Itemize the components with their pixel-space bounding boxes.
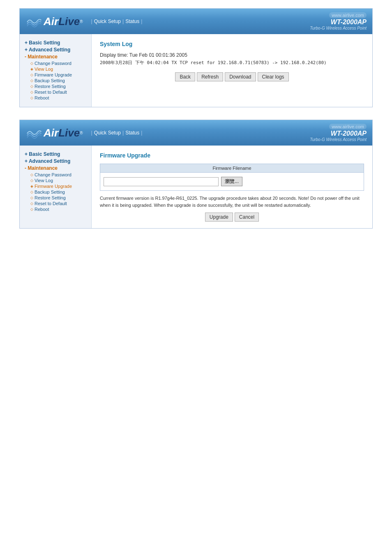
panel-system-log: AirLive® | Quick Setup | Status | www.ai… [19, 8, 373, 107]
fw-browse-button[interactable]: 瀏覽... [221, 177, 242, 186]
fw-buttons: Upgrade Cancel [100, 213, 364, 222]
diamond-icon-7: ◇ [30, 96, 33, 100]
device-info-2: www.airlive.com WT-2000AP Turbo-G Wirele… [310, 124, 367, 142]
fw-table-header: Firmware Filename [100, 164, 364, 173]
sidebar-sub-backup-2[interactable]: ◇ Backup Setting [25, 190, 86, 194]
sidebar-sub-reset-1[interactable]: ◇ Reset to Default [25, 90, 86, 95]
sidebar-maintenance-2[interactable]: - Maintenance [25, 165, 86, 171]
clear-logs-button[interactable]: Clear logs [258, 72, 289, 81]
upgrade-button[interactable]: Upgrade [205, 213, 233, 222]
sidebar-sub-restore-1[interactable]: ◇ Restore Setting [25, 84, 86, 89]
wave-icon [25, 15, 42, 28]
download-button[interactable]: Download [225, 72, 256, 81]
nav-quick-setup-2[interactable]: Quick Setup [94, 130, 121, 136]
diamond-icon-2: ◈ [30, 67, 33, 71]
panel-body-1: + Basic Setting + Advanced Setting - Mai… [20, 34, 372, 107]
sidebar-2: + Basic Setting + Advanced Setting - Mai… [20, 146, 92, 228]
diamond-icon-12: ◇ [30, 196, 33, 200]
back-button[interactable]: Back [175, 72, 195, 81]
header-2: AirLive® | Quick Setup | Status | www.ai… [20, 120, 372, 146]
fw-note: Current firmware version is R1.97g4e-R61… [100, 195, 364, 208]
sidebar-sub-firmware-1[interactable]: ◇ Firmware Upgrade [25, 72, 86, 77]
diamond-icon-9: ◇ [30, 178, 33, 183]
logo-text-1: AirLive® [44, 15, 83, 28]
sidebar-sub-reboot-2[interactable]: ◇ Reboot [25, 207, 86, 212]
panel-firmware: AirLive® | Quick Setup | Status | www.ai… [19, 120, 373, 229]
sidebar-sub-view-log-2[interactable]: ◇ View Log [25, 178, 86, 183]
diamond-icon-13: ◇ [30, 201, 33, 206]
nav-quick-setup-1[interactable]: Quick Setup [94, 18, 121, 24]
sidebar-sub-change-password-1[interactable]: ◇ Change Password [25, 61, 86, 66]
fw-file-input[interactable] [104, 177, 219, 186]
log-buttons: Back Refresh Download Clear logs [100, 72, 364, 81]
diamond-icon-4: ◇ [30, 79, 33, 83]
nav-area-1: | Quick Setup | Status | [91, 18, 310, 24]
diamond-icon-5: ◇ [30, 84, 33, 88]
header-1: AirLive® | Quick Setup | Status | www.ai… [20, 9, 372, 34]
sidebar-maintenance-1[interactable]: - Maintenance [25, 54, 86, 60]
sidebar-1: + Basic Setting + Advanced Setting - Mai… [20, 34, 92, 107]
nav-status-1[interactable]: Status [125, 18, 139, 24]
sidebar-sub-change-password-2[interactable]: ◇ Change Password [25, 172, 86, 177]
content-title-2: Firmware Upgrade [100, 152, 364, 159]
sidebar-sub-backup-1[interactable]: ◇ Backup Setting [25, 78, 86, 83]
sidebar-sub-reboot-1[interactable]: ◇ Reboot [25, 95, 86, 100]
device-subtitle-1: Turbo-G Wireless Access Point [310, 26, 367, 30]
refresh-button[interactable]: Refresh [197, 72, 223, 81]
fw-file-row: 瀏覽... [104, 177, 360, 186]
wave-icon-2 [25, 127, 42, 139]
device-subtitle-2: Turbo-G Wireless Access Point [310, 137, 367, 142]
diamond-icon-3: ◇ [30, 73, 33, 77]
log-display-time: Display time: Tue Feb 01 00:01:36 2005 [100, 52, 364, 58]
sidebar-sub-view-log-1[interactable]: ◈ View Log [25, 67, 86, 72]
panel-body-2: + Basic Setting + Advanced Setting - Mai… [20, 146, 372, 228]
logo-container-1: AirLive® [25, 15, 83, 28]
sidebar-advanced-1[interactable]: + Advanced Setting [25, 47, 86, 53]
diamond-icon-6: ◇ [30, 90, 33, 94]
device-model-1: WT-2000AP [310, 18, 367, 26]
device-url-1: www.airlive.com [329, 12, 367, 18]
sidebar-sub-reset-2[interactable]: ◇ Reset to Default [25, 201, 86, 206]
content-title-1: System Log [100, 41, 364, 47]
logo-container-2: AirLive® [25, 127, 83, 139]
diamond-icon-1: ◇ [30, 61, 33, 65]
logo-text-2: AirLive® [44, 127, 83, 139]
nav-area-2: | Quick Setup | Status | [91, 130, 310, 136]
firmware-table: Firmware Filename 瀏覽... [100, 164, 364, 191]
diamond-icon-10: ◈ [30, 184, 33, 188]
device-info-1: www.airlive.com WT-2000AP Turbo-G Wirele… [310, 12, 367, 30]
sidebar-sub-firmware-2[interactable]: ◈ Firmware Upgrade [25, 184, 86, 189]
sidebar-sub-restore-2[interactable]: ◇ Restore Setting [25, 195, 86, 200]
cancel-button[interactable]: Cancel [235, 213, 259, 222]
sidebar-basic-1[interactable]: + Basic Setting [25, 40, 86, 46]
main-content-1: System Log Display time: Tue Feb 01 00:0… [92, 34, 372, 107]
fw-table-cell: 瀏覽... [100, 173, 364, 191]
diamond-icon-8: ◇ [30, 173, 33, 177]
log-entry: 2008年3月28日 下午 04:02:04 TX TCP reset for … [100, 60, 364, 66]
sidebar-basic-2[interactable]: + Basic Setting [25, 151, 86, 157]
diamond-icon-14: ◇ [30, 207, 33, 211]
device-model-2: WT-2000AP [310, 130, 367, 137]
diamond-icon-11: ◇ [30, 190, 33, 194]
sidebar-advanced-2[interactable]: + Advanced Setting [25, 158, 86, 164]
main-content-2: Firmware Upgrade Firmware Filename 瀏 [92, 146, 372, 228]
nav-status-2[interactable]: Status [125, 130, 139, 136]
device-url-2: www.airlive.com [329, 124, 367, 130]
